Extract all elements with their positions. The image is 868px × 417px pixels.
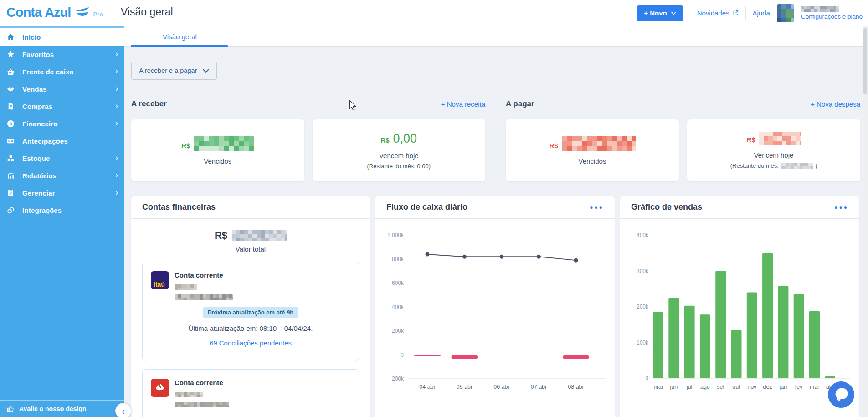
chevron-down-icon (203, 69, 209, 73)
account-card-santander[interactable]: Conta corrente (142, 369, 359, 417)
svg-text:400k: 400k (392, 304, 404, 310)
configuracoes-link[interactable]: Configurações e plano (801, 13, 863, 20)
scrollbar-thumb[interactable] (863, 28, 867, 94)
user-menu[interactable]: Configurações e plano (801, 6, 863, 20)
nova-receita-link[interactable]: + Nova receita (441, 100, 485, 108)
chat-widget-button[interactable] (828, 381, 854, 408)
novo-button[interactable]: + Novo (637, 5, 683, 21)
santander-logo (151, 379, 169, 397)
sidebar-nav: InícioFavoritos›Frente de caixa›Vendas›C… (0, 28, 124, 219)
pagar-vencidos-card[interactable]: R$ Vencidos (506, 119, 679, 181)
svg-text:mar: mar (810, 384, 820, 390)
account-card-itau[interactable]: Itaú Conta corrente Próxima atualização … (142, 262, 359, 361)
top-header: ContaAzul Pro Visão geral + Novo Novidad… (0, 0, 868, 26)
plan-badge: Pro (93, 11, 103, 18)
sidebar-item-integracoes[interactable]: Integrações (0, 201, 124, 219)
mouse-cursor (349, 100, 357, 111)
star-icon (6, 50, 15, 59)
amount-due-today: 0,00 (393, 132, 417, 146)
active-tab-underline (131, 45, 228, 47)
sidebar-item-gerenciar[interactable]: Gerenciar› (0, 184, 124, 201)
svg-text:-200k: -200k (390, 376, 404, 382)
avatar[interactable] (777, 4, 794, 22)
novidades-link[interactable]: Novidades (697, 9, 739, 17)
cash-flow-chart: 1 000k800k600k400k200k0-200k04 abr05 abr… (375, 219, 615, 417)
svg-text:1 000k: 1 000k (387, 232, 404, 238)
svg-text:mai: mai (653, 384, 663, 390)
svg-text:$: $ (10, 121, 12, 126)
chevron-down-icon (671, 11, 676, 15)
sidebar-item-antecipacoes[interactable]: Antecipações (0, 132, 124, 149)
sidebar-item-favoritos[interactable]: Favoritos› (0, 46, 124, 63)
boxes-icon (6, 154, 15, 163)
redacted-account-detail (175, 392, 203, 397)
rate-design-button[interactable]: Avalie o nosso design (0, 400, 124, 417)
sidebar-item-label: Financeiro (22, 120, 115, 128)
more-options-icon[interactable]: ●●● (834, 204, 848, 211)
panel-fluxo-de-caixa: Fluxo de caixa diário ●●● 1 000k800k600k… (375, 196, 615, 417)
ajuda-link[interactable]: Ajuda (753, 9, 770, 17)
panel-title: Fluxo de caixa diário (386, 202, 467, 212)
sidebar-item-compras[interactable]: Compras› (0, 98, 124, 115)
santander-flame-icon (154, 383, 165, 393)
logo-text: Conta (6, 4, 41, 21)
sidebar-collapse-button[interactable]: ‹ (115, 403, 131, 417)
redacted-account-detail (175, 284, 197, 290)
header-divider (690, 6, 690, 20)
account-type: Conta corrente (175, 271, 350, 279)
last-update-text: Última atualização em: 08:10 – 04/04/24. (151, 324, 350, 332)
chain-link-icon (6, 206, 15, 215)
svg-text:0: 0 (401, 352, 404, 358)
sidebar-item-relatorios[interactable]: Relatórios› (0, 167, 124, 184)
nova-despesa-link[interactable]: + Nova despesa (811, 100, 860, 108)
sidebar-item-label: Favoritos (22, 51, 115, 58)
clipboard-check-icon (6, 188, 15, 198)
basket-icon (6, 67, 15, 77)
svg-text:out: out (732, 384, 740, 390)
sidebar-item-financeiro[interactable]: $Financeiro› (0, 115, 124, 132)
sidebar-item-label: Compras (22, 103, 115, 110)
chevron-right-icon: › (115, 119, 118, 127)
svg-text:200k: 200k (637, 304, 649, 310)
sidebar-item-frente-de-caixa[interactable]: Frente de caixa› (0, 63, 124, 80)
pagar-vencem-hoje-card[interactable]: R$ Vencem hoje (Restante do mês: ) (687, 119, 860, 181)
chevron-right-icon: › (115, 50, 118, 58)
card-money-icon (6, 136, 15, 146)
chevron-right-icon: › (115, 67, 118, 75)
section-a-pagar: A pagar + Nova despesa R$ Vencidos R$ Ve… (506, 98, 860, 181)
vertical-scrollbar[interactable] (863, 26, 868, 417)
next-update-badge: Próxima atualização em até 9h (203, 307, 299, 318)
sidebar-item-label: Gerenciar (22, 189, 115, 197)
sidebar-item-label: Relatórios (22, 172, 115, 180)
sidebar-item-estoque[interactable]: Estoque› (0, 149, 124, 167)
more-options-icon[interactable]: ●●● (590, 204, 604, 211)
svg-text:600k: 600k (392, 280, 404, 286)
handshake-icon (6, 84, 15, 94)
chevron-right-icon: › (115, 84, 118, 93)
receber-vencidos-card[interactable]: R$ Vencidos (131, 119, 304, 181)
panel-contas-financeiras: Contas financeiras R$ Valor total Itaú C… (131, 196, 370, 417)
contaazul-logo[interactable]: ContaAzul Pro (6, 4, 103, 21)
filter-dropdown[interactable]: A receber e a pagar (131, 62, 217, 80)
section-a-receber: A receber + Nova receita R$ Vencidos R$ … (131, 98, 485, 181)
svg-text:fev: fev (795, 384, 803, 390)
receber-vencem-hoje-card[interactable]: R$ 0,00 Vencem hoje (Restante do mês: 0,… (313, 119, 486, 181)
svg-text:08 abr: 08 abr (568, 384, 584, 390)
chevron-right-icon: › (115, 188, 118, 196)
purchase-note-icon (6, 102, 15, 111)
panel-grafico-de-vendas: Gráfico de vendas ●●● 400k300k200k100k0m… (620, 196, 859, 417)
sidebar-item-vendas[interactable]: Vendas› (0, 80, 124, 98)
tab-visao-geral[interactable]: Visão geral (131, 26, 228, 47)
conciliacoes-pendentes-link[interactable]: 69 Conciliações pendentes (151, 339, 350, 347)
sidebar-item-inicio[interactable]: Início (0, 28, 124, 46)
sales-chart: 400k300k200k100k0maijunjulagosetoutnovde… (620, 219, 859, 417)
sidebar: InícioFavoritos›Frente de caixa›Vendas›C… (0, 26, 124, 417)
section-title-a-pagar: A pagar (506, 99, 534, 108)
sidebar-item-label: Vendas (22, 85, 115, 93)
redacted-account-detail (175, 402, 229, 407)
redacted-account-detail (175, 294, 233, 300)
svg-text:07 abr: 07 abr (531, 384, 547, 390)
contaazul-leaf-icon (74, 6, 90, 18)
redacted-amount (781, 163, 813, 169)
sidebar-item-label: Integrações (22, 206, 118, 214)
